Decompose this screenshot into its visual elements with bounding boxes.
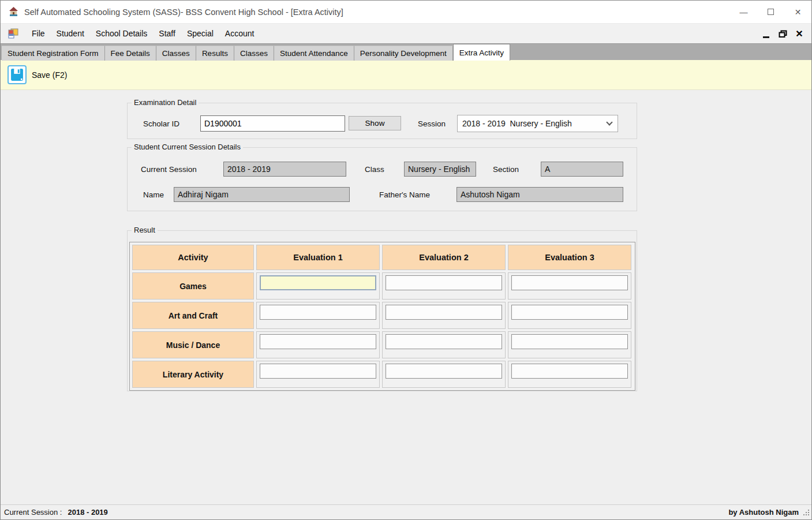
tab-results[interactable]: Results — [196, 46, 234, 61]
activity-label-literary-activity: Literary Activity — [132, 361, 254, 388]
table-cell — [256, 272, 380, 300]
header-evaluation-1: Evaluation 1 — [256, 245, 380, 270]
tab-classes-2[interactable]: Classes — [234, 46, 274, 61]
menu-school-details[interactable]: School Details — [90, 24, 154, 43]
session-selected-value: 2018 - 2019 Nursery - English — [462, 119, 572, 128]
result-title: Result — [132, 226, 158, 234]
eval-input-literary-3[interactable] — [511, 364, 628, 379]
eval-input-music-2[interactable] — [386, 334, 502, 349]
tool-bar: Save (F2) — [1, 60, 811, 90]
table-cell — [382, 331, 506, 358]
form-window-icon — [8, 28, 19, 39]
show-button[interactable]: Show — [349, 116, 401, 130]
table-cell — [508, 272, 631, 300]
current-session-field: 2018 - 2019 — [223, 162, 346, 177]
result-table: Activity Evaluation 1 Evaluation 2 Evalu… — [129, 242, 635, 391]
activity-label-music-dance: Music / Dance — [132, 331, 254, 358]
minimize-icon[interactable]: — — [730, 1, 757, 23]
app-window: Self Automated Schooling System (SASS)- … — [0, 0, 812, 520]
eval-input-games-2[interactable] — [386, 275, 502, 290]
tab-personality-development[interactable]: Personality Development — [354, 46, 453, 61]
table-cell — [256, 361, 380, 388]
student-session-group: Student Current Session Details Current … — [127, 147, 637, 211]
maximize-icon[interactable] — [757, 1, 784, 23]
tab-strip: Student Registration Form Fee Details Cl… — [1, 43, 811, 60]
tab-extra-activity[interactable]: Extra Activity — [453, 44, 510, 61]
tab-student-attendance[interactable]: Student Attendance — [274, 46, 354, 61]
tab-student-registration-form[interactable]: Student Registration Form — [2, 46, 105, 61]
mdi-window-controls: ✕ — [761, 27, 811, 40]
father-name-field: Ashutosh Nigam — [456, 187, 623, 202]
table-cell — [382, 302, 506, 329]
section-field: A — [541, 162, 623, 177]
mdi-restore-icon[interactable] — [777, 27, 788, 40]
table-cell — [256, 302, 380, 329]
floppy-disk-icon — [8, 65, 27, 84]
status-session-label: Current Session : — [4, 508, 62, 517]
mdi-minimize-icon[interactable] — [761, 27, 771, 40]
table-cell — [382, 272, 506, 300]
menu-bar: File Student School Details Staff Specia… — [1, 24, 811, 43]
close-icon[interactable]: ✕ — [784, 1, 811, 23]
tab-classes-1[interactable]: Classes — [156, 46, 196, 61]
eval-input-art-3[interactable] — [511, 305, 628, 320]
table-cell — [256, 331, 380, 358]
scholar-id-input[interactable] — [200, 115, 345, 132]
menu-file[interactable]: File — [26, 24, 51, 43]
menu-student[interactable]: Student — [51, 24, 90, 43]
eval-input-literary-2[interactable] — [386, 364, 502, 379]
save-button[interactable]: Save (F2) — [8, 65, 67, 84]
tab-fee-details[interactable]: Fee Details — [105, 46, 156, 61]
activity-label-games: Games — [132, 272, 254, 300]
eval-input-art-2[interactable] — [386, 305, 502, 320]
eval-input-games-1[interactable] — [260, 275, 376, 290]
result-group: Result Activity Evaluation 1 Evaluation … — [127, 230, 637, 391]
mdi-close-icon[interactable]: ✕ — [794, 27, 804, 40]
current-session-label: Current Session — [141, 165, 197, 174]
menu-account[interactable]: Account — [219, 24, 260, 43]
examination-detail-title: Examination Detail — [132, 98, 199, 107]
session-dropdown[interactable]: 2018 - 2019 Nursery - English — [457, 115, 618, 132]
table-cell — [382, 361, 506, 388]
status-author: by Ashutosh Nigam — [728, 508, 799, 517]
section-label: Section — [493, 165, 519, 174]
status-session-value: 2018 - 2019 — [68, 508, 107, 517]
window-controls: — ✕ — [730, 1, 811, 23]
extra-activity-form: Examination Detail Scholar ID Show Sessi… — [1, 90, 811, 504]
name-field: Adhiraj Nigam — [174, 187, 350, 202]
table-cell — [508, 361, 631, 388]
name-label: Name — [143, 190, 164, 199]
scholar-id-label: Scholar ID — [143, 119, 179, 128]
window-title: Self Automated Schooling System (SASS)- … — [24, 8, 343, 17]
eval-input-literary-1[interactable] — [260, 364, 376, 379]
student-session-title: Student Current Session Details — [132, 143, 243, 151]
status-bar: Current Session : 2018 - 2019 by Ashutos… — [1, 504, 811, 519]
eval-input-art-1[interactable] — [260, 305, 376, 320]
examination-detail-group: Examination Detail Scholar ID Show Sessi… — [127, 103, 637, 139]
resize-grip[interactable] — [803, 509, 810, 518]
eval-input-games-3[interactable] — [511, 275, 628, 290]
class-label: Class — [365, 165, 384, 174]
table-cell — [508, 331, 631, 358]
father-name-label: Father's Name — [379, 190, 430, 199]
maximize-square — [768, 9, 774, 15]
activity-label-art-and-craft: Art and Craft — [132, 302, 254, 329]
chevron-down-icon — [606, 119, 612, 125]
menu-special[interactable]: Special — [181, 24, 219, 43]
table-cell — [508, 302, 631, 329]
menu-staff[interactable]: Staff — [153, 24, 181, 43]
session-label: Session — [418, 119, 446, 128]
header-evaluation-2: Evaluation 2 — [382, 245, 506, 270]
header-evaluation-3: Evaluation 3 — [508, 245, 631, 270]
eval-input-music-3[interactable] — [511, 334, 628, 349]
school-app-icon — [8, 6, 19, 17]
eval-input-music-1[interactable] — [260, 334, 376, 349]
class-field: Nursery - English — [404, 162, 476, 177]
save-label: Save (F2) — [32, 70, 67, 80]
title-bar: Self Automated Schooling System (SASS)- … — [1, 1, 811, 24]
header-activity: Activity — [132, 245, 254, 270]
